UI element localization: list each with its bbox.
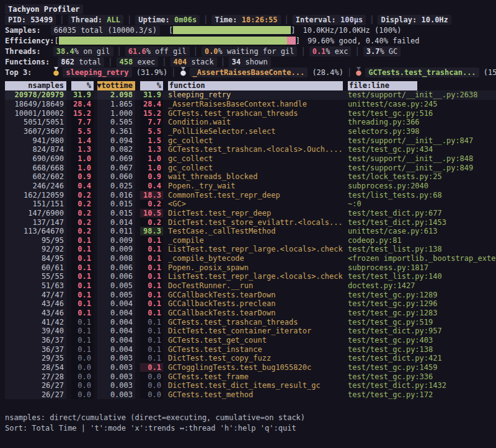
table-row[interactable]: 162/120590.20.01618.3CommonTest.test_rep… — [5, 190, 496, 200]
table-row[interactable]: 43/460.10.0040.1GCCallbackTests.preclean… — [5, 299, 496, 309]
function-cell: _PollLikeSelector.select — [168, 127, 343, 136]
nsamples-cell: 602/602 — [5, 172, 66, 181]
table-row[interactable]: 36/370.10.0040.1GCTests.test_instancetes… — [5, 345, 496, 354]
table-row[interactable]: 246/2460.40.0250.4Popen._try_waitsubproc… — [5, 182, 496, 191]
file-line-cell: test/test_dict.py:1453 — [348, 218, 496, 227]
table-row[interactable]: 92/920.10.0090.1ListTest.test_repr_large… — [5, 245, 496, 254]
nsamples-cell: 246/246 — [5, 182, 66, 190]
cumulative-pct-cell: 0.1 — [140, 236, 163, 245]
column-header-nsamples[interactable]: nsamples — [5, 81, 66, 90]
table-row[interactable]: 690/6901.00.0691.0gc_collecttest/support… — [5, 154, 496, 164]
table-row[interactable]: 824/8741.30.0821.3GCTests.test_trashcan.… — [5, 145, 496, 154]
thread-stat-value: 38.4 — [56, 47, 74, 56]
function-cell: DictTest.test_store_evilattr.<locals... — [168, 218, 343, 227]
function-cell: DictTest.test_container_iterator — [168, 327, 343, 335]
table-row[interactable]: 41/420.10.0040.1GCTests.test_trashcan_th… — [5, 317, 496, 327]
file-line-cell: test/test_gc.py:403 — [348, 336, 496, 345]
direct-pct-cell: 0.2 — [71, 200, 94, 208]
tottime-cell: 0.003 — [97, 372, 135, 381]
nsamples-cell: 29/35 — [5, 354, 66, 362]
table-header-row: nsamples % ▼tottime % function file:line — [5, 81, 496, 90]
thread-stat: Thread: ALL — [68, 15, 124, 25]
time-label: Time: — [215, 15, 237, 24]
table-row[interactable]: 20978/2097931.92.09831.9sleeping_retryte… — [5, 90, 496, 100]
nsamples-cell: 151/151 — [5, 200, 66, 208]
top-function-entry[interactable]: GCTests.test_trashcan... (15.2%) — [355, 67, 496, 78]
display-stat: Display: 10.0Hz — [378, 15, 451, 25]
top-function-entry[interactable]: _AssertRaisesBaseConte... (28.4%) — [180, 67, 343, 78]
table-row[interactable]: 113/646700.20.01198.3TestCase._callTestM… — [5, 227, 496, 236]
table-row[interactable]: 137/1470.20.0140.2DictTest.test_store_ev… — [5, 217, 496, 227]
nsamples-cell: 28/54 — [5, 363, 66, 372]
pid-label: PID: — [8, 15, 26, 24]
uptime-label: Uptime: — [138, 15, 170, 24]
cumulative-pct-cell: 10.5 — [140, 209, 163, 217]
table-row[interactable]: 5051/50517.70.5057.7Condition.waitthread… — [5, 118, 496, 127]
cumulative-pct-cell: 0.0 — [140, 372, 163, 381]
table-row[interactable]: 28/540.00.0030.1GCTogglingTests.test_bug… — [5, 363, 496, 372]
direct-pct-cell: 0.1 — [71, 236, 94, 245]
table-row[interactable]: 36/370.10.0040.1GCTests.test_get_countte… — [5, 336, 496, 345]
cumulative-pct-cell: 7.7 — [140, 118, 163, 126]
file-line-cell: test/test_gc.py:1283 — [348, 309, 496, 317]
table-row[interactable]: 27/280.00.0030.0GCTests.test_frametest/t… — [5, 372, 496, 381]
table-row[interactable]: 26/270.00.0030.0GCTests.test_methodtest/… — [5, 390, 496, 400]
function-cell: <GC> — [168, 200, 343, 208]
table-row[interactable]: 147/69000.20.01510.5DictTest.test_repr_d… — [5, 209, 496, 218]
file-line-cell: test/lock_tests.py:25 — [348, 172, 496, 181]
column-header-pct1[interactable]: % — [71, 81, 94, 90]
function-cell: wait_threads_blocked — [168, 172, 343, 181]
cumulative-pct-cell: 1.0 — [140, 164, 163, 172]
direct-pct-cell: 0.1 — [71, 345, 94, 354]
table-row[interactable]: 18649/1864928.41.86528.4_AssertRaisesBas… — [5, 100, 496, 109]
cumulative-pct-cell: 98.3 — [140, 227, 163, 235]
function-cell: DocTestRunner.__run — [168, 281, 343, 290]
table-row[interactable]: 43/460.10.0040.1GCCallbackTests.tearDown… — [5, 309, 496, 318]
nsamples-cell: 84/95 — [5, 254, 66, 263]
column-header-function[interactable]: function — [168, 81, 343, 90]
thread-stat: 38.4% on gil — [53, 46, 113, 56]
table-row[interactable]: 84/950.10.0080.1_compile_bytecode<frozen… — [5, 254, 496, 263]
app-title: Tachyon Profiler — [5, 4, 83, 14]
divider: │ — [158, 58, 170, 66]
file-line-cell: unittest/case.py:613 — [348, 227, 496, 235]
cumulative-pct-cell: 0.2 — [140, 200, 163, 208]
table-row[interactable]: 26/270.00.0030.0DictTest.test_dict_items… — [5, 381, 496, 390]
file-line-cell: unittest/case.py:245 — [348, 100, 496, 108]
table-row[interactable]: 10001/1000215.21.00015.2GCTests.test_tra… — [5, 108, 496, 118]
table-row[interactable]: 602/6020.90.0600.9wait_threads_blockedte… — [5, 172, 496, 182]
table-row[interactable]: 941/9801.40.0941.5gc_collecttest/support… — [5, 136, 496, 145]
column-header-file[interactable]: file:line — [348, 81, 417, 90]
table-row[interactable]: 60/610.10.0060.1Popen._posix_spawnsubpro… — [5, 263, 496, 272]
samples-rate: 10.0KHz/10.0KHz (100%) — [303, 26, 401, 35]
table-row[interactable]: 39/400.10.0040.1DictTest.test_container_… — [5, 327, 496, 336]
nsamples-cell: 5051/5051 — [5, 118, 66, 126]
column-header-pct2[interactable]: % — [140, 81, 163, 90]
file-line-cell: test/test_list.py:138 — [348, 245, 496, 253]
thread-stat-unit: % exc — [326, 47, 348, 56]
table-row[interactable]: 29/350.00.0030.1DictTest.test_copy_fuzzt… — [5, 354, 496, 363]
tottime-cell: 2.098 — [97, 90, 135, 99]
nsamples-cell: 39/40 — [5, 327, 66, 335]
pid-value: 53499 — [30, 15, 53, 24]
divider: │ — [366, 15, 378, 24]
top-function-entry[interactable]: sleeping_retry (31.9%) — [53, 67, 167, 78]
table-row[interactable]: 668/6681.00.0671.0gc_collecttest/support… — [5, 163, 496, 172]
nsamples-cell: 95/95 — [5, 236, 66, 245]
table-row[interactable]: 51/630.10.0050.1DocTestRunner.__rundocte… — [5, 281, 496, 291]
nsamples-cell: 941/980 — [5, 136, 66, 145]
table-row[interactable]: 55/550.10.0060.1ListTest.test_repr_large… — [5, 272, 496, 281]
direct-pct-cell: 1.4 — [71, 136, 94, 145]
direct-pct-cell: 0.0 — [71, 372, 94, 381]
tottime-cell: 0.015 — [97, 209, 135, 217]
table-row[interactable]: 3607/36075.50.3615.5_PollLikeSelector.se… — [5, 127, 496, 136]
function-cell: Condition.wait — [168, 118, 343, 126]
file-line-cell: <frozen importlib._bootstrap_external — [348, 254, 496, 263]
table-row[interactable]: 47/470.10.0050.1GCCallbackTests.tearDown… — [5, 290, 496, 299]
column-header-tottime-sorted[interactable]: ▼tottime — [97, 81, 135, 90]
silver-medal-icon — [180, 67, 187, 78]
table-row[interactable]: 95/950.10.0090.1_compilecodeop.py:81 — [5, 236, 496, 245]
nsamples-cell: 60/61 — [5, 263, 66, 272]
table-row[interactable]: 151/1510.20.0150.2<GC>~:0 — [5, 200, 496, 209]
cumulative-pct-cell: 28.4 — [140, 100, 163, 108]
